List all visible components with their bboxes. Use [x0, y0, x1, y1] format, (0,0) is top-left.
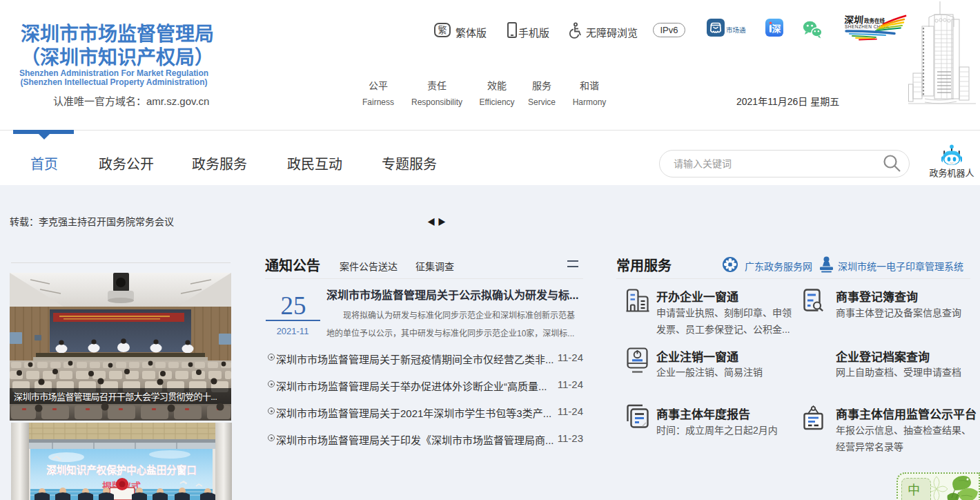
- svg-text:深圳知识产权保护中心盐田分窗口: 深圳知识产权保护中心盐田分窗口: [46, 464, 197, 476]
- svg-text:政务在线: 政务在线: [864, 17, 885, 24]
- svg-text:深: 深: [772, 23, 781, 34]
- svg-text:深圳市市场监督管理局召开干部大会学习贯彻党的十...: 深圳市市场监督管理局召开干部大会学习贯彻党的十...: [14, 392, 217, 402]
